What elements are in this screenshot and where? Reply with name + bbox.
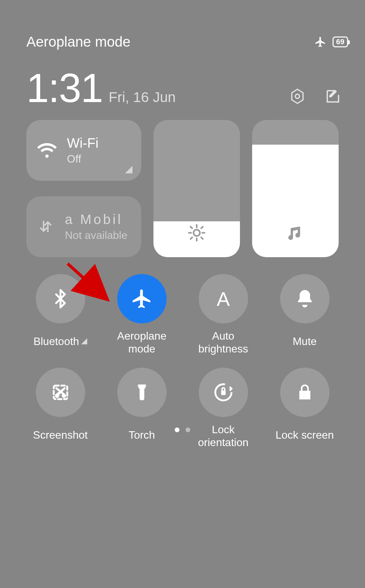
torch-label: Torch — [128, 423, 155, 447]
airplane-status-icon — [314, 36, 326, 48]
mute-toggle: Mute — [271, 274, 339, 356]
bluetooth-icon — [50, 288, 71, 309]
lock-screen-button[interactable] — [280, 368, 330, 417]
connectivity-column: Wi-Fi Off a Mobil Not available — [26, 120, 141, 257]
status-title: Aeroplane mode — [26, 34, 130, 50]
airplane-label: Aeroplane mode — [112, 329, 172, 356]
auto-brightness-label: Auto brightness — [193, 329, 254, 356]
auto-brightness-button[interactable]: A — [199, 274, 248, 323]
torch-button[interactable] — [117, 368, 167, 417]
status-bar: Aeroplane mode 69 — [26, 34, 348, 50]
chevron-expand-icon — [81, 338, 87, 344]
airplane-toggle: Aeroplane mode — [108, 274, 176, 356]
clock-left: 1:31 Fri, 16 Jun — [26, 68, 176, 108]
svg-rect-15 — [221, 390, 225, 395]
bluetooth-toggle: Bluetooth — [26, 274, 94, 356]
lock-icon — [295, 383, 314, 402]
battery-level: 69 — [336, 38, 344, 46]
header-actions — [289, 88, 341, 108]
svg-point-1 — [295, 94, 300, 99]
wifi-status: Off — [67, 153, 98, 165]
svg-line-6 — [201, 237, 203, 239]
torch-icon — [132, 383, 151, 402]
mobile-data-title: a Mobil — [65, 212, 127, 227]
svg-line-5 — [191, 227, 192, 228]
clock-date: Fri, 16 Jun — [109, 89, 176, 105]
mobile-data-icon — [36, 217, 55, 236]
clock-time: 1:31 — [26, 68, 103, 108]
volume-slider[interactable] — [252, 120, 339, 257]
svg-point-2 — [194, 230, 200, 236]
top-row: Wi-Fi Off a Mobil Not available — [26, 120, 339, 257]
mobile-data-card[interactable]: a Mobil Not available — [26, 196, 141, 257]
wifi-title: Wi-Fi — [67, 136, 98, 151]
mobile-data-text: a Mobil Not available — [65, 212, 127, 242]
svg-line-10 — [201, 227, 203, 228]
wifi-icon — [36, 140, 57, 161]
airplane-icon — [131, 288, 153, 310]
bluetooth-label: Bluetooth — [33, 329, 87, 353]
lock-orientation-label: Lock orientation — [193, 423, 254, 449]
brightness-slider[interactable] — [153, 120, 240, 257]
page-dot-1 — [186, 427, 190, 432]
wifi-text: Wi-Fi Off — [67, 136, 98, 165]
auto-brightness-icon: A — [217, 288, 230, 310]
mute-label: Mute — [293, 329, 317, 353]
mute-button[interactable] — [280, 274, 330, 323]
lock-orientation-icon — [213, 382, 234, 403]
status-right: 69 — [314, 36, 348, 48]
clock-row: 1:31 Fri, 16 Jun — [26, 68, 341, 108]
control-panel: Wi-Fi Off a Mobil Not available — [26, 120, 339, 449]
bluetooth-button[interactable] — [36, 274, 85, 323]
toggle-grid: Bluetooth Aeroplane mode A Auto brightne… — [26, 274, 339, 449]
wifi-card[interactable]: Wi-Fi Off — [26, 120, 141, 181]
settings-button[interactable] — [289, 88, 306, 105]
mobile-data-status: Not available — [65, 229, 127, 242]
page-indicator[interactable] — [0, 427, 365, 432]
bell-icon — [294, 288, 315, 309]
screenshot-button[interactable] — [36, 368, 85, 417]
lock-screen-label: Lock screen — [274, 423, 335, 447]
torch-toggle: Torch — [108, 368, 176, 449]
battery-indicator: 69 — [333, 36, 348, 47]
svg-marker-0 — [292, 89, 303, 103]
airplane-button[interactable] — [117, 274, 167, 323]
chevron-expand-icon — [125, 166, 132, 173]
auto-brightness-toggle: A Auto brightness — [189, 274, 257, 356]
screenshot-icon — [50, 382, 71, 402]
music-icon — [286, 223, 305, 242]
screenshot-label: Screenshot — [33, 423, 88, 447]
brightness-icon — [187, 223, 206, 242]
page-dot-0 — [175, 427, 179, 432]
screenshot-toggle: Screenshot — [26, 368, 94, 449]
lock-screen-toggle: Lock screen — [271, 368, 339, 449]
lock-orientation-toggle: Lock orientation — [189, 368, 257, 449]
svg-line-9 — [191, 237, 192, 239]
edit-button[interactable] — [324, 88, 341, 105]
lock-orientation-button[interactable] — [199, 368, 248, 417]
